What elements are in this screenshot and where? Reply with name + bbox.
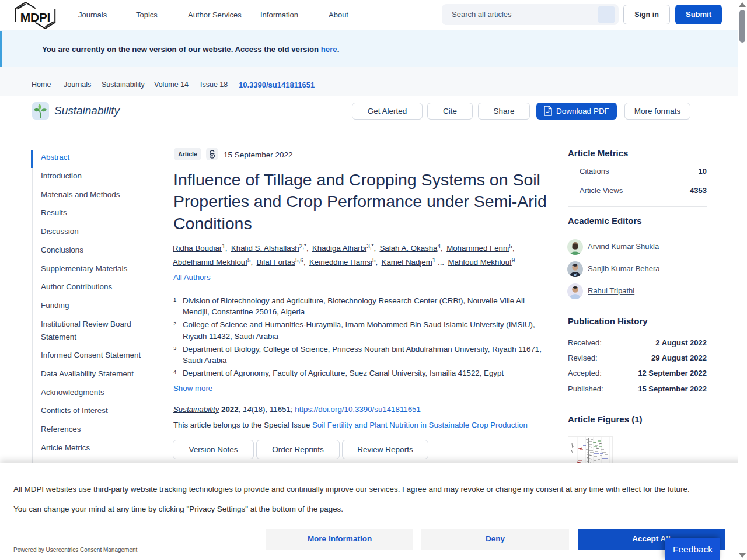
svg-text:MDPI: MDPI <box>20 10 50 24</box>
